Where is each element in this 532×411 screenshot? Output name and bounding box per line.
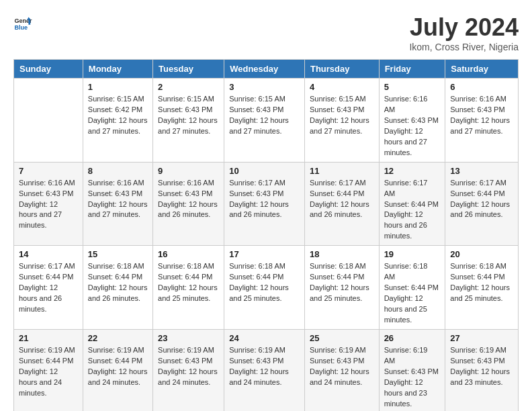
day-info: Sunrise: 6:18 AMSunset: 6:44 PMDaylight:…: [88, 261, 148, 304]
calendar-cell: 12Sunrise: 6:17 AMSunset: 6:44 PMDayligh…: [379, 162, 445, 246]
week-row-3: 14Sunrise: 6:17 AMSunset: 6:44 PMDayligh…: [14, 246, 519, 330]
day-info: Sunrise: 6:16 AMSunset: 6:43 PMDaylight:…: [88, 178, 148, 221]
calendar-cell: 9Sunrise: 6:16 AMSunset: 6:43 PMDaylight…: [153, 162, 224, 246]
logo-icon: General Blue: [13, 13, 32, 32]
calendar-cell: 6Sunrise: 6:16 AMSunset: 6:43 PMDaylight…: [445, 79, 519, 163]
day-number: 16: [158, 249, 219, 259]
day-number: 8: [88, 166, 148, 176]
day-info: Sunrise: 6:19 AMSunset: 6:43 PMDaylight:…: [310, 345, 374, 388]
day-number: 19: [384, 249, 441, 259]
title-block: July 2024 Ikom, Cross River, Nigeria: [409, 13, 519, 52]
header-monday: Monday: [83, 60, 152, 79]
day-number: 2: [158, 82, 219, 92]
page-header: General Blue July 2024 Ikom, Cross River…: [13, 13, 519, 52]
calendar-cell: 24Sunrise: 6:19 AMSunset: 6:43 PMDayligh…: [224, 329, 305, 411]
day-info: Sunrise: 6:16 AMSunset: 6:43 PMDaylight:…: [384, 94, 441, 158]
day-number: 12: [384, 166, 441, 176]
day-info: Sunrise: 6:16 AMSunset: 6:43 PMDaylight:…: [450, 94, 513, 137]
day-number: 22: [88, 333, 148, 343]
day-info: Sunrise: 6:17 AMSunset: 6:44 PMDaylight:…: [19, 261, 78, 315]
svg-text:Blue: Blue: [14, 24, 28, 31]
calendar-table: Sunday Monday Tuesday Wednesday Thursday…: [13, 59, 519, 411]
day-number: 14: [19, 249, 78, 259]
calendar-cell: 19Sunrise: 6:18 AMSunset: 6:44 PMDayligh…: [379, 246, 445, 330]
day-number: 21: [19, 333, 78, 343]
day-number: 26: [384, 333, 441, 343]
week-row-4: 21Sunrise: 6:19 AMSunset: 6:44 PMDayligh…: [14, 329, 519, 411]
day-number: 17: [229, 249, 300, 259]
calendar-cell: 11Sunrise: 6:17 AMSunset: 6:44 PMDayligh…: [304, 162, 379, 246]
header-sunday: Sunday: [14, 60, 83, 79]
day-number: 11: [310, 166, 374, 176]
calendar-body: 1Sunrise: 6:15 AMSunset: 6:42 PMDaylight…: [14, 79, 519, 412]
day-info: Sunrise: 6:17 AMSunset: 6:44 PMDaylight:…: [384, 178, 441, 242]
day-info: Sunrise: 6:19 AMSunset: 6:44 PMDaylight:…: [88, 345, 148, 388]
calendar-cell: [14, 79, 83, 163]
header-tuesday: Tuesday: [153, 60, 224, 79]
calendar-cell: 15Sunrise: 6:18 AMSunset: 6:44 PMDayligh…: [83, 246, 152, 330]
day-info: Sunrise: 6:19 AMSunset: 6:43 PMDaylight:…: [384, 345, 441, 410]
day-info: Sunrise: 6:17 AMSunset: 6:43 PMDaylight:…: [229, 178, 300, 221]
location: Ikom, Cross River, Nigeria: [409, 42, 519, 52]
day-info: Sunrise: 6:15 AMSunset: 6:43 PMDaylight:…: [158, 94, 219, 137]
calendar-cell: 13Sunrise: 6:17 AMSunset: 6:44 PMDayligh…: [445, 162, 519, 246]
calendar-cell: 10Sunrise: 6:17 AMSunset: 6:43 PMDayligh…: [224, 162, 305, 246]
day-info: Sunrise: 6:16 AMSunset: 6:43 PMDaylight:…: [19, 178, 78, 232]
day-number: 20: [450, 249, 513, 259]
day-info: Sunrise: 6:18 AMSunset: 6:44 PMDaylight:…: [158, 261, 219, 304]
calendar-cell: 16Sunrise: 6:18 AMSunset: 6:44 PMDayligh…: [153, 246, 224, 330]
logo: General Blue: [13, 13, 32, 32]
day-number: 18: [310, 249, 374, 259]
calendar-cell: 25Sunrise: 6:19 AMSunset: 6:43 PMDayligh…: [304, 329, 379, 411]
calendar-cell: 21Sunrise: 6:19 AMSunset: 6:44 PMDayligh…: [14, 329, 83, 411]
calendar-cell: 18Sunrise: 6:18 AMSunset: 6:44 PMDayligh…: [304, 246, 379, 330]
day-number: 13: [450, 166, 513, 176]
day-number: 6: [450, 82, 513, 92]
week-row-2: 7Sunrise: 6:16 AMSunset: 6:43 PMDaylight…: [14, 162, 519, 246]
day-info: Sunrise: 6:18 AMSunset: 6:44 PMDaylight:…: [229, 261, 300, 304]
calendar-cell: 27Sunrise: 6:19 AMSunset: 6:43 PMDayligh…: [445, 329, 519, 411]
day-info: Sunrise: 6:16 AMSunset: 6:43 PMDaylight:…: [158, 178, 219, 221]
calendar-cell: 1Sunrise: 6:15 AMSunset: 6:42 PMDaylight…: [83, 79, 152, 163]
calendar-cell: 17Sunrise: 6:18 AMSunset: 6:44 PMDayligh…: [224, 246, 305, 330]
header-wednesday: Wednesday: [224, 60, 305, 79]
day-info: Sunrise: 6:19 AMSunset: 6:44 PMDaylight:…: [19, 345, 78, 399]
day-info: Sunrise: 6:19 AMSunset: 6:43 PMDaylight:…: [229, 345, 300, 388]
day-info: Sunrise: 6:19 AMSunset: 6:43 PMDaylight:…: [158, 345, 219, 388]
day-number: 27: [450, 333, 513, 343]
calendar-cell: 20Sunrise: 6:18 AMSunset: 6:44 PMDayligh…: [445, 246, 519, 330]
day-number: 25: [310, 333, 374, 343]
day-number: 9: [158, 166, 219, 176]
month-title: July 2024: [409, 13, 519, 42]
day-info: Sunrise: 6:17 AMSunset: 6:44 PMDaylight:…: [310, 178, 374, 221]
calendar-cell: 7Sunrise: 6:16 AMSunset: 6:43 PMDaylight…: [14, 162, 83, 246]
calendar-cell: 2Sunrise: 6:15 AMSunset: 6:43 PMDaylight…: [153, 79, 224, 163]
calendar-cell: 4Sunrise: 6:15 AMSunset: 6:43 PMDaylight…: [304, 79, 379, 163]
day-info: Sunrise: 6:18 AMSunset: 6:44 PMDaylight:…: [450, 261, 513, 304]
week-row-1: 1Sunrise: 6:15 AMSunset: 6:42 PMDaylight…: [14, 79, 519, 163]
day-number: 5: [384, 82, 441, 92]
weekday-header-row: Sunday Monday Tuesday Wednesday Thursday…: [14, 60, 519, 79]
calendar-cell: 26Sunrise: 6:19 AMSunset: 6:43 PMDayligh…: [379, 329, 445, 411]
day-number: 10: [229, 166, 300, 176]
day-number: 15: [88, 249, 148, 259]
day-info: Sunrise: 6:18 AMSunset: 6:44 PMDaylight:…: [384, 261, 441, 326]
day-number: 4: [310, 82, 374, 92]
calendar-cell: 3Sunrise: 6:15 AMSunset: 6:43 PMDaylight…: [224, 79, 305, 163]
header-saturday: Saturday: [445, 60, 519, 79]
day-number: 1: [88, 82, 148, 92]
day-info: Sunrise: 6:15 AMSunset: 6:43 PMDaylight:…: [229, 94, 300, 137]
day-number: 24: [229, 333, 300, 343]
day-number: 7: [19, 166, 78, 176]
day-info: Sunrise: 6:17 AMSunset: 6:44 PMDaylight:…: [450, 178, 513, 221]
calendar-cell: 14Sunrise: 6:17 AMSunset: 6:44 PMDayligh…: [14, 246, 83, 330]
day-info: Sunrise: 6:15 AMSunset: 6:42 PMDaylight:…: [88, 94, 148, 137]
day-number: 23: [158, 333, 219, 343]
header-thursday: Thursday: [304, 60, 379, 79]
day-info: Sunrise: 6:19 AMSunset: 6:43 PMDaylight:…: [450, 345, 513, 388]
calendar-cell: 23Sunrise: 6:19 AMSunset: 6:43 PMDayligh…: [153, 329, 224, 411]
day-info: Sunrise: 6:18 AMSunset: 6:44 PMDaylight:…: [310, 261, 374, 304]
day-number: 3: [229, 82, 300, 92]
header-friday: Friday: [379, 60, 445, 79]
calendar-cell: 8Sunrise: 6:16 AMSunset: 6:43 PMDaylight…: [83, 162, 152, 246]
